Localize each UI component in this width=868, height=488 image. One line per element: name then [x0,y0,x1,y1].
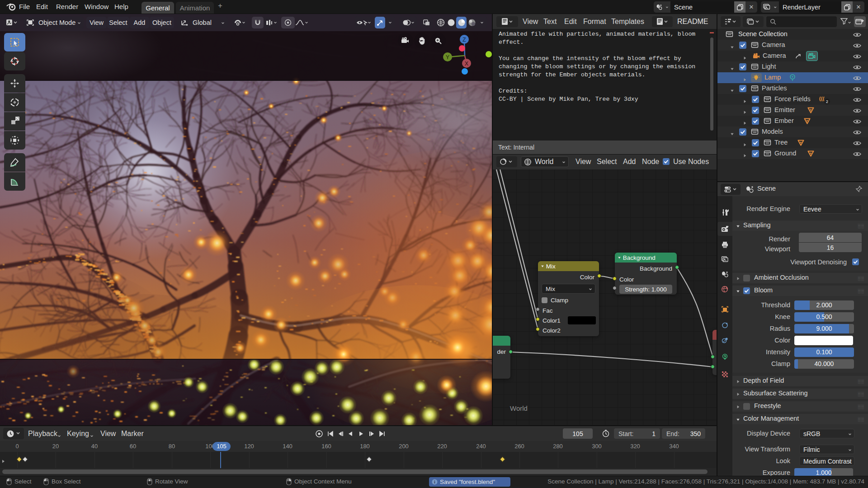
svg-text:Y: Y [446,54,449,61]
svg-text:i: i [434,480,435,484]
svg-text:X: X [465,61,468,67]
svg-text:Z: Z [462,37,466,43]
